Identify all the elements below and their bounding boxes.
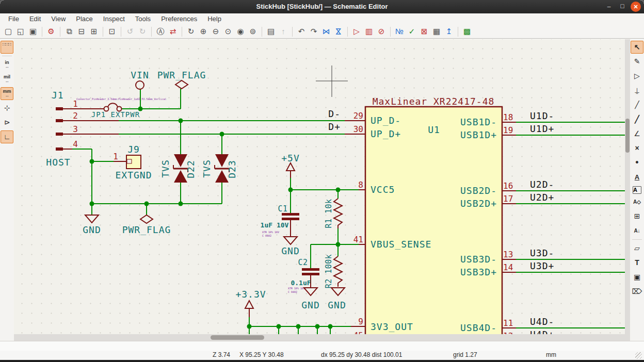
gnd-symbol-c1[interactable]: GND [281, 237, 300, 256]
gnd-label[interactable]: GND [301, 300, 320, 310]
new-schematic-icon[interactable]: ▢ [3, 26, 14, 37]
edit-symbols-icon[interactable]: ▷ [351, 26, 362, 37]
net-label[interactable]: U4D- [530, 316, 554, 327]
power-vin[interactable]: VIN [131, 70, 149, 89]
tvs-diode-d22[interactable]: TVS D22 [160, 154, 196, 183]
print-icon[interactable]: ⊟ [76, 26, 87, 37]
hv-wire-mode-icon[interactable]: ∟ [1, 130, 13, 143]
jp1-label[interactable]: JP1 EXTPWR [91, 110, 140, 119]
delete-tool-icon[interactable]: ⌦ [631, 285, 643, 298]
highlight-net-icon[interactable]: ✎ [631, 55, 643, 68]
run-erc-icon[interactable]: ✓ [406, 26, 417, 37]
hierarchy-navigator-icon[interactable]: ▤ [265, 26, 277, 37]
place-bus-icon[interactable]: ╱ [631, 113, 643, 126]
menu-preferences[interactable]: Preferences [156, 13, 202, 25]
schematic-drawing[interactable]: J1 1 2 3 4 JP1 EXTPWR Connector_PinHeade… [14, 39, 630, 341]
place-symbol-icon[interactable]: ▷ [631, 70, 643, 83]
annotate-icon[interactable]: № [394, 26, 405, 37]
vin-label[interactable]: VIN [131, 70, 149, 80]
power-flag-top[interactable]: PWR_FLAG [157, 70, 206, 89]
import-sheet-pin-icon[interactable]: A↓ [631, 224, 643, 237]
zoom-fit-icon[interactable]: ⊙ [222, 26, 234, 37]
r1-label[interactable]: R1 10k [324, 199, 333, 228]
draw-lines-icon[interactable]: ▱ [631, 242, 643, 255]
resistor-r2[interactable]: R2 100k [324, 254, 342, 289]
open-pcb-editor-icon[interactable]: ▩ [461, 26, 473, 37]
net-label-dm[interactable]: D- [328, 108, 341, 119]
r2-label[interactable]: R2 100k [324, 254, 333, 289]
zoom-in-icon[interactable]: ⊕ [198, 26, 209, 37]
page-settings-icon[interactable]: ⧉ [63, 26, 75, 37]
resize-grip[interactable] [635, 352, 642, 359]
find-replace-icon[interactable]: ⇄ [167, 26, 179, 37]
gnd-symbol-c2[interactable]: GND [301, 288, 320, 310]
net-label[interactable]: U1D+ [530, 123, 554, 134]
extgnd-label[interactable]: EXTGND [115, 170, 152, 180]
vertical-scrollbar[interactable] [625, 39, 630, 341]
undo-icon[interactable]: ↺ [124, 26, 136, 37]
pwr-flag-top-label[interactable]: PWR_FLAG [157, 70, 206, 80]
place-global-label-icon[interactable]: A [633, 186, 641, 194]
place-image-icon[interactable]: ▣ [631, 271, 643, 284]
close-button[interactable]: ✕ [631, 2, 641, 12]
save-icon[interactable]: ▣ [27, 26, 39, 37]
connector-j9[interactable]: J9 1 EXTGND [113, 144, 152, 180]
zoom-selection-icon[interactable]: ⊚ [247, 26, 259, 37]
cursor-crosshair-icon[interactable]: ⊹ [1, 102, 13, 114]
schematic-setup-icon[interactable]: ⚙ [45, 26, 57, 37]
j9-ref[interactable]: J9 [127, 144, 140, 155]
menu-view[interactable]: View [46, 13, 71, 25]
minimize-button[interactable]: – [604, 2, 614, 12]
place-wire-icon[interactable]: ╱ [631, 98, 643, 111]
units-mm-button[interactable]: mm [1, 87, 13, 100]
gnd-symbol-left[interactable]: GND [83, 215, 101, 235]
resistor-r1[interactable]: R1 10k [324, 199, 342, 228]
menu-help[interactable]: Help [202, 13, 227, 25]
redo-icon[interactable]: ↻ [137, 26, 148, 37]
pwr-flag-bottom-label[interactable]: PWR_FLAG [122, 224, 171, 235]
maximize-button[interactable]: ☐ [617, 2, 627, 12]
menu-edit[interactable]: Edit [24, 13, 46, 25]
zoom-out-icon[interactable]: ⊖ [210, 26, 221, 37]
place-hierarchical-label-icon[interactable]: A◇ [631, 195, 643, 208]
power-flag-bottom[interactable]: PWR_FLAG [122, 215, 171, 235]
c2-value[interactable]: 0.1uF [291, 279, 311, 287]
gnd-label[interactable]: GND [328, 300, 346, 310]
title-bar[interactable]: StickHub [StickHub/] — Schematic Editor … [0, 0, 644, 13]
host-net-label[interactable]: HOST [46, 157, 70, 168]
net-label[interactable]: U2D- [530, 179, 554, 190]
place-sheet-icon[interactable]: ⊞ [631, 210, 643, 223]
menu-place[interactable]: Place [71, 13, 98, 25]
horizontal-scrollbar-thumb[interactable] [211, 335, 264, 340]
find-icon[interactable]: Ⓐ [155, 26, 166, 37]
leave-sheet-icon[interactable]: ↑ [278, 26, 289, 37]
rotate-cw-icon[interactable]: ↷ [308, 26, 319, 37]
browse-symbol-libraries-icon[interactable]: ▥ [363, 26, 375, 37]
schematic-canvas[interactable]: J1 1 2 3 4 JP1 EXTPWR Connector_PinHeade… [14, 39, 630, 341]
units-inches-button[interactable]: in [1, 58, 13, 71]
junction-dots[interactable] [90, 107, 341, 329]
place-net-label-icon[interactable]: A [631, 171, 643, 184]
update-symbols-icon[interactable]: ⊘ [376, 26, 387, 37]
c1-value[interactable]: 1uF 10V [261, 221, 289, 229]
power-3v3[interactable]: +3.3V [235, 289, 266, 317]
place-text-icon[interactable]: T [631, 256, 643, 269]
place-junction-icon[interactable]: • [631, 156, 643, 169]
mirror-horizontal-icon[interactable]: ⋈ [333, 26, 344, 37]
p3v3-label[interactable]: +3.3V [235, 289, 266, 300]
generate-bom-icon[interactable]: ↥ [443, 26, 455, 37]
jumper-jp1[interactable]: JP1 EXTPWR Connector_PinHeader_2.54mm:Pi… [76, 97, 167, 119]
u1-ref[interactable]: U1 [428, 124, 440, 135]
capacitor-c1[interactable]: C1 1uF 10V X7R 10% 16V C 0402 [261, 204, 299, 237]
select-tool-icon[interactable]: ↖ [631, 41, 643, 54]
net-label[interactable]: U3D+ [530, 260, 554, 271]
menu-file[interactable]: File [3, 13, 24, 25]
grid-visibility-icon[interactable]: ∷∷∷ [1, 41, 13, 54]
c2-ref[interactable]: C2 [298, 258, 308, 267]
plot-icon[interactable]: ⊞ [88, 26, 100, 37]
refresh-icon[interactable]: ↻ [185, 26, 197, 37]
net-label-dp[interactable]: D+ [328, 121, 341, 132]
mirror-vertical-icon[interactable]: ⋈ [320, 26, 332, 37]
open-schematic-icon[interactable]: ◱ [15, 26, 26, 37]
menu-inspect[interactable]: Inspect [98, 13, 130, 25]
